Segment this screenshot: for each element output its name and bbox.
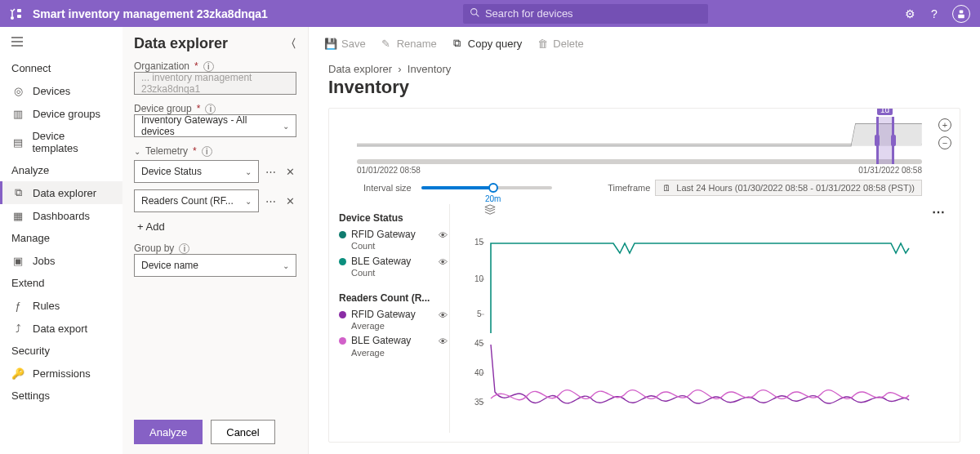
eye-icon[interactable]: 👁 bbox=[439, 257, 448, 267]
collapse-panel-icon[interactable]: 〈 bbox=[285, 37, 296, 51]
svg-rect-1 bbox=[17, 9, 21, 12]
nav-section-analyze: Analyze bbox=[0, 159, 122, 181]
devgroup-label: Device group*i bbox=[134, 103, 296, 114]
command-bar: 💾Save ✎Rename ⧉Copy query 🗑Delete bbox=[309, 27, 980, 60]
eye-icon[interactable]: 👁 bbox=[439, 310, 448, 320]
app-waffle-icon[interactable] bbox=[10, 7, 23, 20]
svg-rect-6 bbox=[958, 14, 964, 18]
chevron-down-icon: ⌄ bbox=[245, 197, 252, 206]
info-icon[interactable]: i bbox=[205, 104, 216, 114]
chevron-down-icon[interactable]: ⌄ bbox=[134, 147, 140, 156]
search-box[interactable] bbox=[463, 4, 708, 24]
chevron-down-icon: ⌄ bbox=[283, 261, 289, 270]
legend-entry[interactable]: RFID GatewayAverage👁 bbox=[339, 307, 449, 334]
help-icon[interactable]: ? bbox=[928, 7, 941, 20]
delete-button[interactable]: 🗑Delete bbox=[537, 38, 584, 50]
chevron-down-icon: ⌄ bbox=[283, 122, 289, 131]
timeline-brush[interactable] bbox=[876, 117, 894, 164]
nav-item-permissions[interactable]: 🔑Permissions bbox=[0, 362, 122, 385]
nav-section-connect: Connect bbox=[0, 57, 122, 79]
nav-item-device-templates[interactable]: ▤Device templates bbox=[0, 125, 122, 159]
timeline-minimap[interactable]: 1d bbox=[357, 117, 922, 158]
copy-query-button[interactable]: ⧉Copy query bbox=[452, 38, 522, 50]
side-nav: Connect ◎Devices ▥Device groups ▤Device … bbox=[0, 27, 122, 454]
close-icon[interactable]: ✕ bbox=[283, 195, 296, 207]
info-icon[interactable]: i bbox=[203, 61, 214, 72]
nav-section-extend: Extend bbox=[0, 272, 122, 294]
timeline-start: 01/01/2022 08:58 bbox=[357, 166, 421, 175]
legend-entry[interactable]: BLE GatewayAverage👁 bbox=[339, 333, 449, 360]
telemetry-select-1[interactable]: Device Status⌄ bbox=[134, 160, 259, 183]
nav-item-device-groups[interactable]: ▥Device groups bbox=[0, 102, 122, 125]
search-input[interactable] bbox=[485, 7, 702, 20]
legend-entry[interactable]: BLE GatewayCount👁 bbox=[339, 254, 449, 281]
device-groups-icon: ▥ bbox=[11, 107, 24, 120]
calendar-icon: 🗓 bbox=[662, 183, 671, 193]
svg-point-0 bbox=[11, 16, 14, 20]
timeline-badge: 1d bbox=[877, 108, 893, 115]
cancel-button[interactable]: Cancel bbox=[211, 420, 274, 444]
legend-entry[interactable]: RFID GatewayCount👁 bbox=[339, 227, 449, 254]
add-telemetry-button[interactable]: + Add bbox=[134, 219, 296, 234]
nav-item-rules[interactable]: ƒRules bbox=[0, 294, 122, 317]
info-icon[interactable]: i bbox=[179, 243, 189, 254]
layers-icon[interactable] bbox=[484, 204, 496, 218]
svg-text:35: 35 bbox=[474, 398, 484, 407]
svg-text:5: 5 bbox=[477, 309, 482, 318]
swatch-icon bbox=[339, 311, 346, 318]
org-label: Organization*i bbox=[134, 60, 296, 72]
delete-icon: 🗑 bbox=[537, 38, 548, 49]
swatch-icon bbox=[339, 231, 346, 238]
telemetry-select-2[interactable]: Readers Count (RF...⌄ bbox=[134, 189, 259, 212]
devices-icon: ◎ bbox=[11, 84, 24, 97]
analyze-button[interactable]: Analyze bbox=[134, 420, 203, 444]
svg-text:45: 45 bbox=[474, 339, 484, 348]
rename-button[interactable]: ✎Rename bbox=[381, 38, 437, 50]
gear-icon[interactable]: ⚙ bbox=[903, 7, 916, 20]
interval-slider[interactable]: 20m bbox=[421, 186, 552, 189]
nav-item-dashboards[interactable]: ▦Dashboards bbox=[0, 204, 122, 227]
nav-item-data-export[interactable]: ⤴Data export bbox=[0, 317, 122, 340]
close-icon[interactable]: ✕ bbox=[283, 166, 296, 178]
save-button[interactable]: 💾Save bbox=[325, 38, 366, 50]
interval-label: Interval size bbox=[363, 183, 412, 193]
dashboards-icon: ▦ bbox=[11, 209, 24, 222]
page-title: Inventory bbox=[309, 75, 980, 108]
info-icon[interactable]: i bbox=[202, 146, 212, 157]
nav-item-devices[interactable]: ◎Devices bbox=[0, 79, 122, 102]
topbar: Smart inventory management 23zka8dnqa1 ⚙… bbox=[0, 0, 980, 27]
zoom-in-button[interactable]: + bbox=[938, 118, 951, 131]
crumb-root[interactable]: Data explorer bbox=[328, 63, 392, 75]
zoom-out-button[interactable]: − bbox=[938, 136, 951, 149]
more-icon[interactable]: ⋯ bbox=[264, 195, 278, 207]
groupby-label: Group byi bbox=[134, 243, 296, 254]
chevron-down-icon: ⌄ bbox=[245, 167, 252, 176]
nav-item-data-explorer[interactable]: ⧉Data explorer bbox=[0, 181, 122, 204]
nav-item-jobs[interactable]: ▣Jobs bbox=[0, 249, 122, 272]
more-icon[interactable]: ⋯ bbox=[264, 166, 278, 178]
timeline-track[interactable] bbox=[357, 159, 922, 164]
svg-rect-2 bbox=[17, 15, 21, 18]
eye-icon[interactable]: 👁 bbox=[439, 230, 448, 240]
interval-value: 20m bbox=[485, 194, 501, 203]
copy-icon: ⧉ bbox=[452, 38, 463, 49]
svg-text:15: 15 bbox=[474, 238, 484, 247]
hamburger-icon[interactable] bbox=[0, 33, 122, 57]
permissions-icon: 🔑 bbox=[11, 367, 24, 380]
org-input[interactable]: ... inventory management 23zka8dnqa1 bbox=[134, 72, 296, 95]
swatch-icon bbox=[339, 337, 346, 345]
svg-text:10: 10 bbox=[474, 274, 484, 283]
legend-group-2: Readers Count (R... bbox=[339, 292, 449, 304]
groupby-select[interactable]: Device name⌄ bbox=[134, 254, 296, 277]
chart-readers-count: 45 40 35 bbox=[450, 335, 915, 433]
timeframe-picker[interactable]: 🗓 Last 24 Hours (01/30/2022 08:58 - 01/3… bbox=[655, 180, 922, 196]
nav-section-settings: Settings bbox=[0, 385, 122, 407]
eye-icon[interactable]: 👁 bbox=[439, 336, 448, 346]
search-icon bbox=[470, 7, 480, 20]
devgroup-select[interactable]: Inventory Gateways - All devices⌄ bbox=[134, 114, 296, 137]
svg-line-4 bbox=[476, 14, 479, 16]
data-explorer-icon: ⧉ bbox=[11, 186, 24, 199]
more-options-icon[interactable]: ⋯ bbox=[932, 204, 947, 220]
query-panel: Data explorer〈 Organization*i ... invent… bbox=[122, 27, 309, 454]
avatar[interactable] bbox=[952, 5, 970, 23]
